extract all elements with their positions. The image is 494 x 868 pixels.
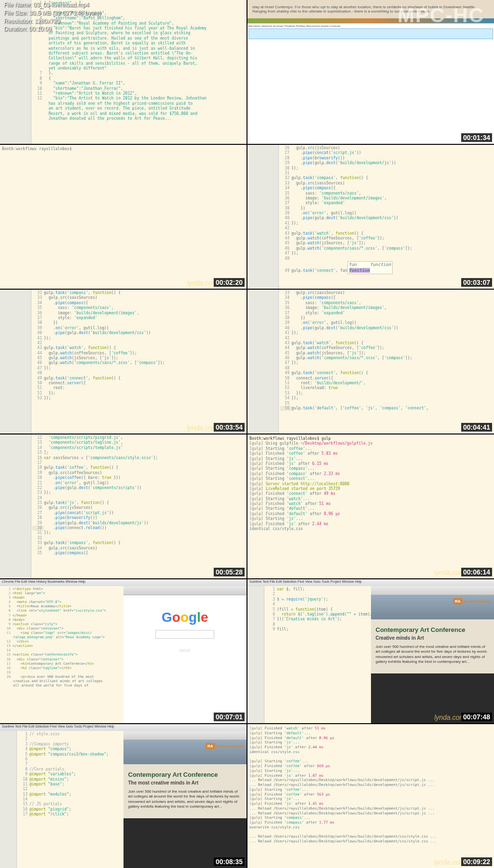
editor-sidebar[interactable]: [247, 586, 264, 723]
terminal[interactable]: [gulp] Finished 'watch' after 51 ms [gul…: [247, 724, 494, 868]
timestamp: 00:07:01: [214, 713, 245, 721]
thumbnail-5: 32gulp.task('compass', function() { 33 g…: [0, 290, 247, 434]
thumbnail-3: Booth:workflows rayvillalobos$ lynda.com…: [0, 145, 247, 289]
page-heading: Contemporary Art Conference: [376, 626, 490, 633]
site-logo: RA: [206, 743, 215, 749]
devtools-panel[interactable]: Elements Network Sources Timeline Profil…: [247, 23, 494, 144]
page-body: Join over 500 hundred of the most creati…: [376, 644, 490, 665]
macos-menubar[interactable]: Chrome File Edit View History Bookmarks …: [0, 579, 247, 586]
google-logo: Google: [124, 610, 247, 625]
hero-image: RA Roux Academy: [124, 740, 247, 764]
editor-sidebar[interactable]: [0, 434, 31, 578]
timestamp: 00:03:54: [214, 423, 245, 432]
player-watermark: MPC-HC: [398, 4, 484, 27]
timestamp: 00:05:28: [214, 568, 245, 576]
site-name: Roux Academy: [216, 744, 244, 748]
filename: 03_03-livereload.mp4: [33, 1, 89, 8]
thumbnail-4: 26 gulp.src(jsSources) 27 .pipe(concat('…: [247, 145, 494, 289]
brand-watermark: lynda.com: [187, 279, 218, 287]
editor-sidebar[interactable]: [247, 290, 279, 434]
thumbnail-grid: 1{ "speakers" : [ 2 { 3 "name":"Mr Belli…: [0, 0, 494, 868]
timestamp: 00:04:41: [461, 423, 492, 432]
browser-chrome[interactable]: [124, 586, 247, 595]
file-info-overlay: File Name: 03_03-livereload.mp4 File Siz…: [4, 1, 101, 33]
thumbnail-10: Sublime Text File Edit Selection Find Vi…: [247, 579, 494, 723]
terminal-prompt: Booth:workflows rayvillalobos$: [2, 147, 72, 151]
code-editor[interactable]: 12 'components/scripts/pixgrid.js', 13 '…: [31, 434, 247, 578]
code-editor[interactable]: 32gulp.task('compass', function() { 33 g…: [31, 290, 247, 434]
timestamp: 00:01:34: [461, 133, 492, 142]
terminal[interactable]: Booth:workflows rayvillalobos$ gulp [gul…: [247, 434, 494, 578]
hero-image: RA Roux Academy: [371, 595, 494, 619]
duration: 00:10:09: [29, 26, 52, 32]
browser-chrome[interactable]: [371, 586, 494, 595]
page-body: Join over 500 hundred of the most creati…: [128, 789, 242, 810]
brand-watermark: lynda.com: [434, 858, 465, 866]
brand-watermark: lynda.com: [434, 714, 465, 721]
thumbnail-7: 12 'components/scripts/pixgrid.js', 13 '…: [0, 434, 247, 578]
resolution: 1280x720: [34, 18, 60, 25]
devtools-highlight[interactable]: [248, 28, 493, 39]
code-editor[interactable]: 26 gulp.src(jsSources) 27 .pipe(concat('…: [279, 145, 494, 289]
google-homepage: Google ▢ ▢ ▢: [124, 595, 247, 652]
timestamp: 00:02:20: [214, 278, 245, 287]
filesize: 30,5 MB (32 027 248 bytes): [29, 10, 101, 16]
code-editor[interactable]: 33 gulp.src(sassSources) 34 .pipe(compas…: [279, 290, 494, 434]
editor-sidebar[interactable]: [0, 290, 31, 434]
google-footer: ▢ ▢ ▢: [124, 648, 247, 652]
code-editor[interactable]: 1var $, fill; 2 3$ = require('jquery'); …: [264, 586, 371, 723]
page-heading: Contemporary Art Conference: [128, 771, 242, 778]
browser-window[interactable]: RA Roux Academy Contemporary Art Confere…: [124, 731, 247, 868]
timestamp: 00:06:14: [461, 568, 492, 576]
timestamp: 00:03:07: [461, 278, 492, 287]
timestamp: 00:09:22: [461, 857, 492, 866]
site-logo: RA: [453, 598, 463, 604]
terminal[interactable]: Booth:workflows rayvillalobos$: [0, 145, 247, 289]
brand-watermark: lynda.com: [187, 424, 218, 432]
brand-watermark: lynda.com: [434, 569, 465, 576]
timestamp: 00:08:35: [214, 857, 245, 866]
thumbnail-8: Booth:workflows rayvillalobos$ gulp [gul…: [247, 434, 494, 578]
page-tagline: The most creative minds in Art: [128, 780, 242, 785]
filesize-label: File Size:: [4, 10, 27, 16]
duration-label: Duration:: [4, 26, 27, 32]
editor-sidebar[interactable]: [0, 731, 17, 868]
code-editor[interactable]: 1<!doctype html> 2<html lang="en"> 3<hea…: [0, 586, 124, 723]
macos-menubar[interactable]: Sublime Text File Edit Selection Find Vi…: [247, 579, 494, 586]
thumbnail-12: [gulp] Finished 'watch' after 51 ms [gul…: [247, 724, 494, 868]
code-editor[interactable]: 1// style.scss 2 3//Compass imports 4@im…: [17, 731, 124, 868]
browser-window[interactable]: Google ▢ ▢ ▢: [124, 586, 247, 723]
browser-window[interactable]: RA Roux Academy Contemporary Art Confere…: [371, 586, 494, 723]
site-name: Roux Academy: [464, 599, 492, 603]
search-input[interactable]: [155, 630, 214, 639]
timestamp: 00:07:48: [461, 713, 492, 721]
resolution-label: Resolution:: [4, 18, 33, 25]
editor-sidebar[interactable]: [247, 145, 279, 289]
macos-menubar[interactable]: Sublime Text File Edit Selection Find Vi…: [0, 724, 247, 731]
filename-label: File Name:: [4, 1, 32, 8]
thumbnail-11: Sublime Text File Edit Selection Find Vi…: [0, 724, 247, 868]
thumbnail-6: 33 gulp.src(sassSources) 34 .pipe(compas…: [247, 290, 494, 434]
page-tagline: Creative minds in Art: [376, 635, 490, 641]
thumbnail-9: Chrome File Edit View History Bookmarks …: [0, 579, 247, 723]
autocomplete-tooltip[interactable]: fun functionfunction: [347, 261, 393, 274]
browser-chrome[interactable]: [124, 731, 247, 740]
